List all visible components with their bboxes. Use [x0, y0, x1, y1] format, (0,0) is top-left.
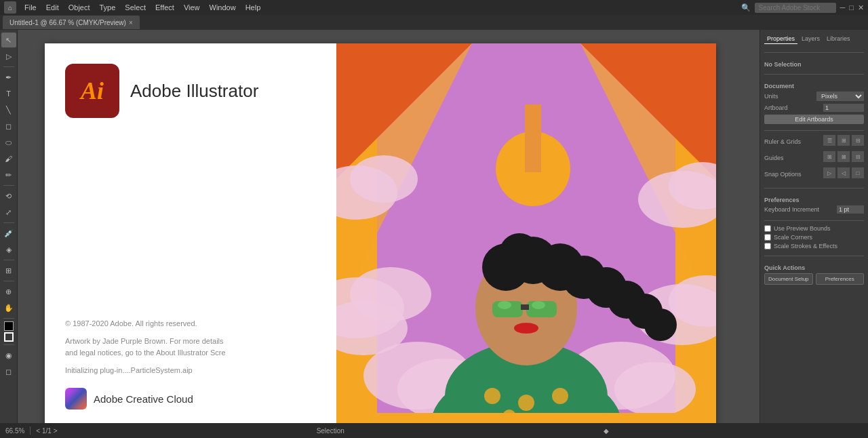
tool-brush[interactable]: 🖌 [1, 151, 16, 166]
tab-libraries[interactable]: Libraries [824, 34, 853, 44]
preview-bounds-row: Use Preview Bounds [764, 225, 864, 232]
scale-corners-checkbox[interactable] [764, 234, 771, 241]
menu-bar: ⌂ File Edit Object Type Select Effect Vi… [0, 0, 868, 15]
tool-extra-1[interactable]: ◉ [1, 348, 16, 363]
tool-direct-select[interactable]: ▷ [1, 49, 16, 64]
menu-help[interactable]: Help [241, 2, 265, 13]
menu-object[interactable]: Object [64, 2, 94, 13]
guide-icon-3[interactable]: ⊟ [852, 151, 864, 162]
guides-icons: ⊞ ⊠ ⊟ [823, 151, 864, 162]
tool-pencil[interactable]: ✏ [1, 167, 16, 182]
keyboard-increment-input[interactable] [837, 205, 864, 214]
svg-point-25 [614, 362, 696, 416]
scale-corners-label: Scale Corners [774, 234, 812, 241]
document-setup-btn[interactable]: Document Setup [764, 273, 813, 285]
scale-strokes-checkbox[interactable] [764, 243, 771, 250]
copyright-text: © 1987-2020 Adobe. All rights reserved. [65, 319, 316, 327]
menu-file[interactable]: File [20, 2, 41, 13]
tool-name: Selection [317, 427, 344, 435]
tab-properties[interactable]: Properties [764, 34, 797, 44]
menu-select[interactable]: Select [121, 2, 150, 13]
window-minimize[interactable]: ─ [840, 3, 846, 12]
snap-icon-1[interactable]: ▷ [823, 167, 835, 178]
ruler-icon-3[interactable]: ⊟ [852, 135, 864, 146]
ruler-icon-1[interactable]: ☰ [823, 135, 835, 146]
snap-icon-3[interactable]: □ [852, 167, 864, 178]
menu-edit[interactable]: Edit [42, 2, 63, 13]
tool-extra-2[interactable]: ◻ [1, 364, 16, 379]
preview-bounds-checkbox[interactable] [764, 225, 771, 232]
tab-layers[interactable]: Layers [799, 34, 823, 44]
status-bar: 66.5% < 1/1 > Selection ◆ [0, 423, 868, 438]
tool-pen[interactable]: ✒ [1, 70, 16, 85]
tool-zoom[interactable]: ⊕ [1, 284, 16, 299]
artboard-label: Artboard [764, 104, 788, 111]
svg-point-47 [552, 388, 568, 404]
document-tab[interactable]: Untitled-1 @ 66.67 % (CMYK/Preview) × [3, 16, 140, 29]
search-input[interactable] [755, 3, 836, 13]
panel-divider-5 [764, 256, 864, 256]
menu-window[interactable]: Window [205, 2, 240, 13]
tab-close-btn[interactable]: × [129, 19, 133, 26]
menu-view[interactable]: View [180, 2, 204, 13]
right-panel: Properties Layers Libraries No Selection… [760, 30, 868, 423]
tool-artboard[interactable]: ⊞ [1, 263, 16, 278]
units-select[interactable]: Pixels [816, 92, 864, 101]
preferences-btn[interactable]: Preferences [816, 273, 865, 285]
status-divider-1 [30, 426, 31, 435]
search-icon[interactable]: 🔍 [741, 3, 751, 12]
splash-info: © 1987-2020 Adobe. All rights reserved. … [65, 118, 316, 374]
menu-icons: 🔍 ─ □ ✕ [741, 3, 864, 13]
tool-ellipse[interactable]: ⬭ [1, 135, 16, 150]
quick-actions-label: Quick Actions [764, 264, 864, 271]
tool-separator-3 [3, 222, 14, 223]
illustration-svg [336, 43, 716, 423]
tool-rect[interactable]: ◻ [1, 119, 16, 134]
svg-rect-41 [521, 304, 529, 310]
tool-hand[interactable]: ✋ [1, 300, 16, 315]
artboard-input[interactable] [823, 104, 864, 112]
edit-artboards-btn[interactable]: Edit Artboards [764, 115, 864, 124]
tool-scale[interactable]: ⤢ [1, 205, 16, 220]
keyboard-increment-row: Keyboard Increment [764, 205, 864, 214]
scale-corners-row: Scale Corners [764, 234, 864, 241]
tool-type[interactable]: T [1, 86, 16, 101]
snap-row: Snap Options ▷ ◁ □ [764, 167, 864, 181]
ruler-icon-2[interactable]: ⊞ [837, 135, 850, 146]
artwork-credit: Artwork by Jade Purple Brown. For more d… [65, 336, 316, 358]
canvas-area[interactable]: Ai Adobe Illustrator © 1987-2020 Adobe. … [18, 30, 760, 423]
ai-logo: Ai [65, 64, 119, 118]
tool-select[interactable]: ↖ [1, 33, 16, 47]
svg-point-38 [499, 233, 540, 274]
home-icon[interactable]: ⌂ [4, 1, 16, 14]
tool-rotate[interactable]: ⟲ [1, 188, 16, 203]
menu-effect[interactable]: Effect [151, 2, 178, 13]
rulers-grids-label: Ruler & Grids [764, 138, 801, 145]
splash-footer: Adobe Creative Cloud [65, 374, 316, 410]
stroke-color[interactable] [4, 332, 14, 342]
fill-color[interactable] [4, 321, 14, 331]
artboard-nav[interactable]: < 1/1 > [36, 427, 57, 435]
initializing-text: Initializing plug-in....ParticleSystem.a… [65, 366, 316, 374]
window-maximize[interactable]: □ [849, 3, 854, 12]
tool-separator-7 [3, 344, 14, 345]
tool-eyedropper[interactable]: 💉 [1, 226, 16, 241]
units-row: Units Pixels [764, 92, 864, 101]
zoom-level[interactable]: 66.5% [5, 427, 24, 435]
tab-bar: Untitled-1 @ 66.67 % (CMYK/Preview) × [0, 15, 868, 30]
guide-icon-1[interactable]: ⊞ [823, 151, 835, 162]
window-close[interactable]: ✕ [858, 3, 864, 12]
panel-divider-4 [764, 220, 864, 221]
rulers-icons: ☰ ⊞ ⊟ [823, 135, 864, 146]
tool-gradient[interactable]: ◈ [1, 242, 16, 257]
svg-rect-8 [525, 104, 541, 172]
svg-point-43 [532, 301, 545, 309]
scale-strokes-row: Scale Strokes & Effects [764, 243, 864, 250]
splash-illustration [336, 43, 716, 423]
splash-left: Ai Adobe Illustrator © 1987-2020 Adobe. … [45, 43, 336, 423]
center-indicator: ◆ [604, 427, 609, 435]
guide-icon-2[interactable]: ⊠ [837, 151, 850, 162]
tool-line[interactable]: ╲ [1, 102, 16, 117]
snap-icon-2[interactable]: ◁ [837, 167, 850, 178]
menu-type[interactable]: Type [96, 2, 120, 13]
